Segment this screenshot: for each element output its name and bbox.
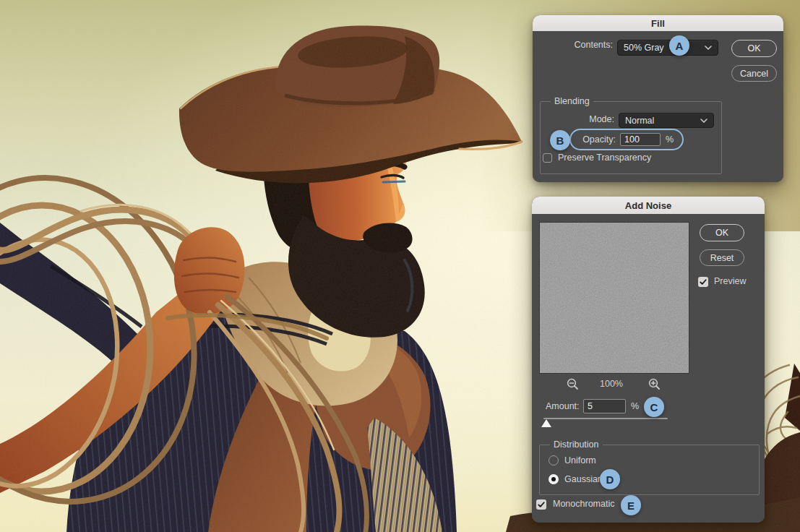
fill-dialog: Fill Contents: 50% Gray A OK Cancel Blen… xyxy=(533,15,783,182)
mode-label: Mode: xyxy=(562,114,614,124)
monochromatic-checkbox[interactable] xyxy=(536,499,546,510)
zoom-in-icon[interactable] xyxy=(648,378,661,390)
fill-dialog-titlebar[interactable]: Fill xyxy=(533,15,783,31)
checkmark-icon xyxy=(538,502,545,508)
contents-dropdown-value: 50% Gray xyxy=(624,43,664,53)
gaussian-radio[interactable] xyxy=(549,474,559,484)
contents-dropdown[interactable]: 50% Gray xyxy=(617,40,718,56)
distribution-group: Distribution Uniform Gaussian D xyxy=(539,445,760,495)
preview-checkbox[interactable] xyxy=(698,277,708,287)
amount-slider-track[interactable] xyxy=(543,418,668,419)
amount-unit: % xyxy=(631,401,639,411)
opacity-annotation-outline: Opacity: % xyxy=(569,129,684,150)
checkmark-icon xyxy=(700,279,707,286)
ok-button[interactable]: OK xyxy=(731,40,777,57)
monochromatic-label: Monochromatic xyxy=(553,499,614,509)
annotation-badge-d: D xyxy=(600,469,620,489)
zoom-out-icon[interactable] xyxy=(567,378,579,390)
annotation-badge-a: A xyxy=(669,35,689,56)
add-noise-dialog-title: Add Noise xyxy=(625,200,671,211)
ok-button[interactable]: OK xyxy=(700,224,744,241)
fill-dialog-title: Fill xyxy=(651,18,665,29)
cancel-button[interactable]: Cancel xyxy=(731,65,777,82)
blending-legend: Blending xyxy=(551,96,593,106)
opacity-label: Opacity: xyxy=(577,134,616,145)
mode-dropdown-value: Normal xyxy=(625,116,654,126)
amount-label: Amount: xyxy=(546,401,580,411)
blending-group: Blending Mode: Normal Opacity: % B Prese… xyxy=(540,101,722,174)
opacity-unit: % xyxy=(666,134,674,145)
annotation-badge-c: C xyxy=(644,397,664,417)
preserve-transparency-checkbox[interactable] xyxy=(543,153,552,163)
uniform-label: Uniform xyxy=(564,455,596,466)
add-noise-dialog-titlebar[interactable]: Add Noise xyxy=(532,197,765,214)
gaussian-label: Gaussian xyxy=(564,474,603,484)
noise-preview-thumbnail[interactable] xyxy=(540,223,689,373)
opacity-input[interactable] xyxy=(620,133,661,146)
noise-texture xyxy=(540,223,689,373)
preview-label: Preview xyxy=(714,276,746,286)
add-noise-dialog: Add Noise OK Reset Preview 100% xyxy=(532,197,765,523)
mode-dropdown[interactable]: Normal xyxy=(619,113,714,128)
chevron-down-icon xyxy=(700,119,707,123)
amount-input[interactable] xyxy=(583,399,626,413)
uniform-radio[interactable] xyxy=(549,455,559,466)
annotation-badge-b: B xyxy=(550,130,570,150)
preview-zoom-level: 100% xyxy=(590,379,633,389)
contents-label: Contents: xyxy=(562,40,613,50)
preserve-transparency-label: Preserve Transparency xyxy=(558,153,651,163)
distribution-legend: Distribution xyxy=(550,439,603,450)
annotation-badge-e: E xyxy=(621,495,641,515)
chevron-down-icon xyxy=(705,46,712,50)
photoshop-canvas: Fill Contents: 50% Gray A OK Cancel Blen… xyxy=(0,0,800,532)
reset-button[interactable]: Reset xyxy=(700,249,744,266)
